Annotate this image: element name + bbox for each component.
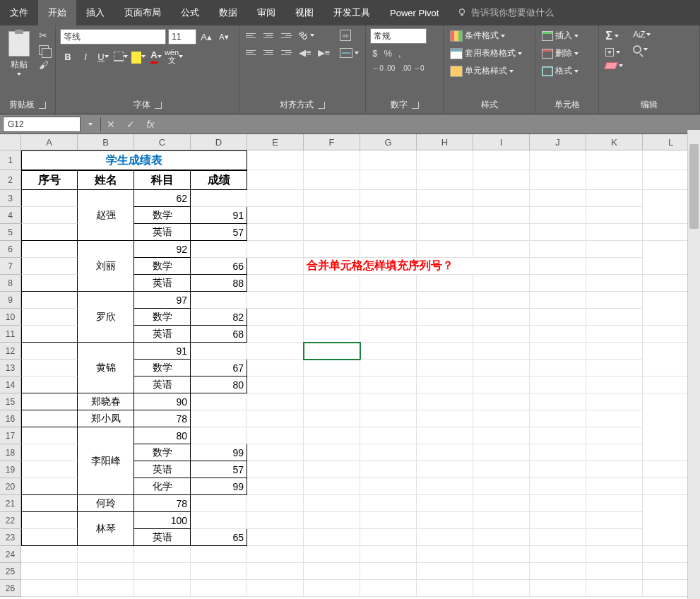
annotation-text[interactable]: 合并单元格怎样填充序列号？ — [304, 258, 530, 275]
row-header-17[interactable]: 17 — [0, 427, 21, 444]
cell-E26[interactable] — [247, 580, 304, 597]
cell-A17[interactable] — [21, 427, 78, 444]
cell-A6[interactable] — [21, 241, 78, 258]
cell-H12[interactable] — [360, 343, 417, 360]
cell-D3[interactable]: 62 — [134, 190, 191, 207]
cell-C25[interactable] — [134, 563, 191, 580]
cell-J24[interactable] — [530, 546, 586, 563]
font-name-select[interactable] — [60, 29, 166, 45]
cell-G12[interactable] — [304, 343, 360, 360]
cell-K4[interactable] — [586, 207, 643, 224]
cell-G15[interactable] — [304, 393, 360, 410]
vertical-scrollbar[interactable] — [687, 130, 700, 599]
cell-A13[interactable] — [21, 360, 78, 376]
cut-button[interactable]: ✂ — [37, 28, 51, 42]
cell-K25[interactable] — [586, 563, 643, 580]
ribbon-tab-2[interactable]: 插入 — [76, 0, 114, 25]
column-header-H[interactable]: H — [417, 134, 473, 150]
cell-C26[interactable] — [134, 580, 191, 597]
align-top-button[interactable] — [244, 28, 259, 42]
cell-H22[interactable] — [360, 512, 417, 529]
cell-A24[interactable] — [21, 546, 78, 563]
cell-H3[interactable] — [360, 190, 417, 207]
cell-A10[interactable] — [21, 309, 78, 326]
cell-K18[interactable] — [586, 444, 643, 461]
cell-H16[interactable] — [360, 410, 417, 427]
cell-K19[interactable] — [586, 461, 643, 478]
row-header-19[interactable]: 19 — [0, 461, 21, 478]
cell-C20[interactable]: 化学 — [134, 478, 191, 495]
cell-F8[interactable] — [304, 275, 360, 292]
cell-I11[interactable] — [473, 326, 530, 343]
cell-K23[interactable] — [586, 529, 643, 546]
fill-button[interactable] — [603, 47, 625, 58]
cell-J8[interactable] — [530, 275, 586, 292]
cell-A19[interactable] — [21, 461, 78, 478]
cell-L9[interactable] — [586, 292, 643, 309]
cell-G17[interactable] — [304, 427, 360, 444]
ribbon-tab-1[interactable]: 开始 — [38, 0, 76, 25]
cell-D8[interactable]: 88 — [191, 275, 247, 292]
cell-C24[interactable] — [134, 546, 191, 563]
cell-B17[interactable]: 李阳峰 — [78, 427, 134, 495]
cell-I13[interactable] — [473, 360, 530, 376]
cell-I24[interactable] — [473, 546, 530, 563]
ribbon-tab-6[interactable]: 审阅 — [247, 0, 285, 25]
cell-J18[interactable] — [530, 444, 586, 461]
cell-H4[interactable] — [417, 207, 473, 224]
cell-K7[interactable] — [586, 258, 643, 275]
cell-E25[interactable] — [247, 563, 304, 580]
cell-A18[interactable] — [21, 444, 78, 461]
bold-button[interactable]: B — [60, 48, 76, 65]
cell-J13[interactable] — [530, 360, 586, 376]
cell-J20[interactable] — [530, 478, 586, 495]
dialog-launcher-icon[interactable] — [155, 102, 162, 109]
cell-B2[interactable]: 姓名 — [78, 170, 134, 190]
column-header-G[interactable]: G — [360, 134, 417, 150]
cell-D12[interactable]: 91 — [134, 343, 191, 360]
cell-H11[interactable] — [417, 326, 473, 343]
cell-G2[interactable] — [360, 170, 417, 190]
cell-K24[interactable] — [586, 546, 643, 563]
row-header-1[interactable]: 1 — [0, 150, 21, 170]
cell-C5[interactable]: 英语 — [134, 224, 191, 241]
scrollbar-thumb[interactable] — [689, 144, 699, 229]
cell-D10[interactable]: 82 — [191, 309, 247, 326]
cell[interactable] — [417, 150, 473, 170]
column-header-C[interactable]: C — [134, 134, 191, 150]
cell-F24[interactable] — [304, 546, 360, 563]
cell-K16[interactable] — [530, 410, 586, 427]
cell-I16[interactable] — [417, 410, 473, 427]
cell-A14[interactable] — [21, 376, 78, 393]
cell-G16[interactable] — [304, 410, 360, 427]
clear-button[interactable] — [603, 61, 625, 71]
cell-G18[interactable] — [360, 444, 417, 461]
cell-F16[interactable] — [247, 410, 304, 427]
cell-F20[interactable] — [304, 478, 360, 495]
cell-G5[interactable] — [360, 224, 417, 241]
cell-A7[interactable] — [21, 258, 78, 275]
cell-H25[interactable] — [417, 563, 473, 580]
italic-button[interactable]: I — [78, 48, 93, 65]
row-header-12[interactable]: 12 — [0, 343, 21, 360]
ribbon-tab-0[interactable]: 文件 — [0, 0, 38, 25]
row-header-20[interactable]: 20 — [0, 478, 21, 495]
cell-J22[interactable] — [473, 512, 530, 529]
cell-J11[interactable] — [530, 326, 586, 343]
cell-I12[interactable] — [417, 343, 473, 360]
cell-B24[interactable] — [78, 546, 134, 563]
cell-D7[interactable]: 66 — [191, 258, 247, 275]
decrease-indent-button[interactable]: ◀≡ — [297, 46, 314, 59]
cell-F4[interactable] — [304, 207, 360, 224]
cell-H6[interactable] — [360, 241, 417, 258]
cell-G20[interactable] — [360, 478, 417, 495]
row-header-15[interactable]: 15 — [0, 393, 21, 410]
decrease-font-button[interactable]: A▾ — [216, 28, 232, 45]
cell-G8[interactable] — [360, 275, 417, 292]
cell[interactable] — [586, 150, 643, 170]
cell-D15[interactable]: 90 — [134, 393, 191, 410]
cell-E3[interactable] — [191, 190, 247, 207]
row-header-11[interactable]: 11 — [0, 326, 21, 343]
row-header-8[interactable]: 8 — [0, 275, 21, 292]
cell-K12[interactable] — [530, 343, 586, 360]
